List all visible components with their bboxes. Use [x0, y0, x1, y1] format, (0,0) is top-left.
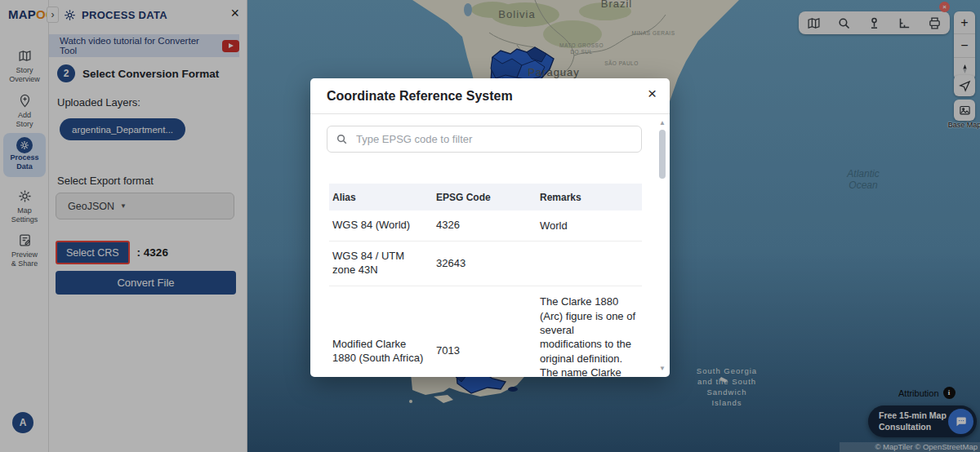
- lake: [464, 3, 472, 16]
- crs-table-header: Alias EPSG Code Remarks: [329, 184, 642, 210]
- basemap-button[interactable]: [954, 100, 975, 121]
- measure-icon[interactable]: [898, 16, 911, 30]
- panel-close-button[interactable]: ×: [230, 5, 239, 22]
- map-copyright: © MapTiler © OpenStreetMap contributors: [840, 442, 980, 452]
- print-icon[interactable]: [928, 16, 942, 30]
- info-icon[interactable]: i: [943, 387, 956, 399]
- modal-close-button[interactable]: ×: [648, 85, 657, 103]
- basemap-label: Base Map: [946, 121, 980, 129]
- panel-title: PROCESS DATA: [82, 9, 167, 21]
- document-edit-icon: [18, 233, 32, 247]
- panel-collapse-button[interactable]: ›: [47, 7, 59, 23]
- modal-title: Coordinate Reference System: [327, 89, 513, 104]
- rail-label: Settings: [11, 215, 38, 224]
- sidebar-item-process-data[interactable]: ProcessData: [3, 133, 46, 177]
- map-label-mato-grosso: DO SUL: [570, 49, 592, 55]
- search-icon[interactable]: [837, 16, 851, 30]
- notification-badge[interactable]: ×: [939, 2, 950, 12]
- step-title: Select Conversion Format: [82, 68, 219, 80]
- video-tutorial-banner[interactable]: Watch video tutorial for Converter Tool: [49, 34, 239, 57]
- rail-label: Map: [17, 206, 32, 215]
- convert-file-button[interactable]: Convert File: [56, 271, 236, 295]
- scrollbar-thumb[interactable]: [659, 130, 666, 179]
- logo-part-o: O: [36, 7, 46, 21]
- map-label-south-georgia: Sandwich: [706, 388, 746, 397]
- table-row[interactable]: Modified Clarke 1880 (South Africa) 7013…: [329, 286, 642, 377]
- zoom-in-button[interactable]: +: [954, 11, 975, 33]
- crs-row: Select CRS : 4326: [56, 241, 168, 264]
- chat-icon: [955, 415, 967, 428]
- uploaded-layers-label: Uploaded Layers:: [57, 96, 140, 109]
- col-header-remarks: Remarks: [537, 192, 642, 203]
- map-label-sao-paulo: SÃO PAULO: [604, 60, 639, 66]
- epsg-search-input[interactable]: [356, 133, 641, 145]
- map-label-atlantic: Ocean: [849, 179, 878, 191]
- table-row[interactable]: WGS 84 (World) 4326 World: [329, 210, 642, 242]
- rail-label: Add: [18, 111, 31, 119]
- layer-chip[interactable]: argentina_Department...: [60, 118, 185, 140]
- consultation-button[interactable]: Free 15-min Map Consultation: [868, 405, 977, 437]
- sidebar-item-story-overview[interactable]: StoryOverview: [3, 49, 46, 85]
- navigation-arrow-icon: [959, 80, 971, 92]
- col-header-alias: Alias: [329, 192, 433, 203]
- avatar[interactable]: A: [12, 412, 33, 433]
- video-tutorial-label: Watch video tutorial for Converter Tool: [60, 36, 216, 55]
- map-label-paraguay: Paraguay: [528, 66, 580, 78]
- small-island: [409, 400, 412, 403]
- sidebar-item-preview-share[interactable]: Preview& Share: [3, 233, 46, 269]
- basemap-icon: [959, 104, 971, 117]
- gear-icon: [18, 189, 32, 203]
- location-marker-icon[interactable]: [867, 16, 881, 30]
- export-format-label: Select Export format: [57, 175, 154, 187]
- col-header-epsg: EPSG Code: [433, 192, 537, 203]
- step-row: 2 Select Conversion Format: [57, 64, 219, 82]
- pin-plus-icon: [18, 94, 32, 108]
- select-crs-button[interactable]: Select CRS: [56, 241, 130, 264]
- rail-label: Process: [10, 153, 38, 162]
- panel-header: › PROCESS DATA ×: [49, 0, 247, 29]
- rail-label: Story: [16, 66, 33, 74]
- cell-alias: WGS 84 (World): [329, 210, 433, 241]
- map-label-south-georgia: South Georgia: [697, 366, 757, 375]
- export-format-dropdown[interactable]: GeoJSON ▼: [56, 193, 234, 219]
- modal-scrollbar[interactable]: ▲ ▼: [657, 119, 667, 372]
- cell-remarks: The Clarke 1880 (Arc) figure is one of s…: [537, 286, 642, 377]
- map-label-south-georgia: Islands: [711, 398, 742, 407]
- zoom-out-button[interactable]: −: [954, 33, 975, 56]
- map-label-mato-grosso: MATO GROSSO: [559, 42, 604, 48]
- process-data-gear-icon: [16, 137, 33, 153]
- crs-value: : 4326: [137, 246, 168, 259]
- search-icon: [336, 133, 348, 145]
- rail-label: Overview: [9, 75, 40, 83]
- chevron-down-icon: ▼: [120, 202, 127, 210]
- crs-table: Alias EPSG Code Remarks WGS 84 (World) 4…: [329, 184, 642, 377]
- app-window: Bolivia Brazil Paraguay MATO GROSSO DO S…: [0, 0, 980, 452]
- rail-label: & Share: [11, 259, 38, 268]
- cell-code: 4326: [433, 210, 537, 241]
- sidebar-item-add-story[interactable]: AddStory: [3, 94, 46, 130]
- epsg-search-box: [327, 126, 642, 153]
- map-toolbar: [799, 11, 950, 34]
- scroll-down-icon[interactable]: ▼: [657, 365, 667, 372]
- step-number-badge: 2: [57, 64, 75, 82]
- attribution: Attribution i: [898, 387, 956, 399]
- locate-button[interactable]: [954, 75, 975, 96]
- rail-label: Story: [16, 120, 33, 128]
- cell-code: 7013: [433, 336, 537, 366]
- cell-code: 32643: [433, 249, 537, 279]
- sidebar-item-map-settings[interactable]: MapSettings: [3, 189, 46, 225]
- map-legend-icon[interactable]: [807, 16, 821, 30]
- logo-part-map: MAP: [8, 7, 36, 21]
- cell-remarks: [537, 255, 642, 272]
- youtube-icon: [222, 40, 239, 52]
- map-label-minas-gerais: MINAS GERAIS: [632, 30, 675, 36]
- process-data-panel: › PROCESS DATA × Watch video tutorial fo…: [49, 0, 247, 452]
- consultation-line2: Consultation: [879, 422, 947, 432]
- map-label-bolivia: Bolivia: [498, 8, 535, 20]
- left-rail: MAPOG StoryOverview AddStory ProcessData…: [0, 0, 49, 452]
- table-row[interactable]: WGS 84 / UTM zone 43N 32643: [329, 242, 642, 286]
- scroll-up-icon[interactable]: ▲: [657, 119, 667, 126]
- chat-bubble: [948, 409, 973, 434]
- consultation-line1: Free 15-min Map: [879, 410, 947, 421]
- panel-gear-icon: [64, 9, 76, 21]
